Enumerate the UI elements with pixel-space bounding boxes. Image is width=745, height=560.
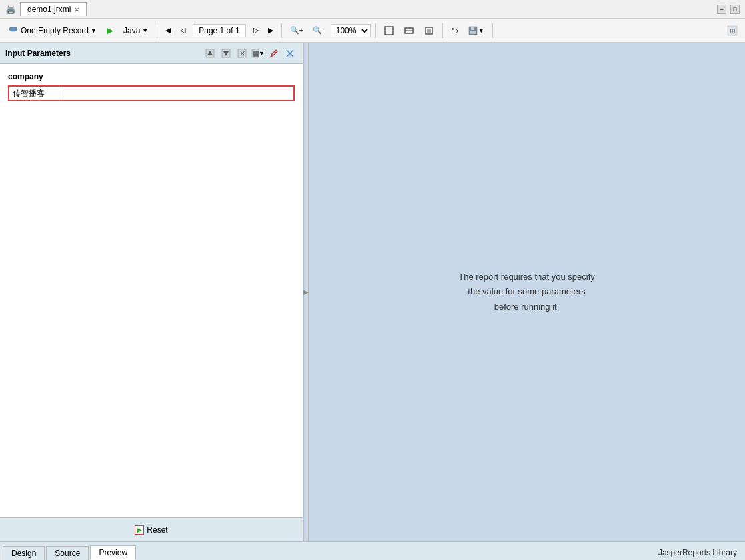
zoom-in-icon: 🔍+ bbox=[290, 26, 303, 35]
svg-rect-8 bbox=[470, 31, 476, 34]
panel-remove-button[interactable]: ✕ bbox=[235, 46, 249, 61]
panel-menu-button[interactable]: ▼ bbox=[251, 46, 265, 61]
panel-splitter[interactable]: ▶ bbox=[303, 43, 309, 541]
svg-rect-1 bbox=[385, 27, 393, 35]
bottom-tabbar: Design Source Preview JasperReports Libr… bbox=[0, 541, 745, 560]
reset-label: Reset bbox=[147, 525, 167, 535]
back-icon: ⮌ bbox=[451, 27, 458, 35]
panel-title: Input Parameters bbox=[5, 49, 71, 58]
next-page-icon: ▶ bbox=[268, 26, 273, 35]
tab-design[interactable]: Design bbox=[3, 546, 45, 560]
panel-edit-button[interactable] bbox=[267, 46, 281, 61]
fit-page-icon bbox=[384, 25, 394, 36]
right-panel: The report requires that you specify the… bbox=[309, 43, 745, 541]
svg-rect-5 bbox=[427, 29, 431, 33]
page-indicator: Page 1 of 1 bbox=[193, 24, 245, 37]
tab-source[interactable]: Source bbox=[46, 546, 89, 560]
panel-expand-button[interactable] bbox=[283, 46, 297, 61]
fit-page-button[interactable] bbox=[380, 23, 398, 38]
panel-move-up-button[interactable] bbox=[203, 46, 217, 61]
maximize-button[interactable]: □ bbox=[730, 5, 740, 14]
save-dropdown-arrow: ▼ bbox=[478, 27, 484, 34]
panel-toolbar: ✕ ▼ bbox=[203, 46, 297, 61]
reset-button[interactable]: ▶ Reset bbox=[127, 523, 175, 537]
param-company-label: company bbox=[8, 72, 295, 81]
actual-size-icon bbox=[424, 25, 434, 36]
bottom-tabs: Design Source Preview bbox=[3, 545, 137, 560]
save-icon bbox=[468, 25, 478, 36]
tab-preview[interactable]: Preview bbox=[90, 545, 136, 560]
prev-page-button[interactable]: ◀ bbox=[162, 24, 174, 37]
next-page-button[interactable]: ▶ bbox=[265, 24, 277, 37]
separator-5 bbox=[492, 23, 493, 38]
back-button[interactable]: ⮌ bbox=[448, 25, 462, 37]
window-controls: – □ bbox=[717, 5, 740, 14]
settings-button[interactable]: ⊞ bbox=[724, 23, 741, 38]
prev-icon: ◁ bbox=[180, 26, 185, 35]
main-toolbar: One Empty Record ▼ ▶ Java ▼ ◀ ◁ Page 1 o… bbox=[0, 19, 745, 43]
title-bar: 🖨️ demo1.jrxml ✕ – □ bbox=[0, 0, 745, 19]
svg-marker-21 bbox=[271, 50, 277, 57]
datasource-arrow: ▼ bbox=[91, 27, 97, 34]
svg-line-22 bbox=[275, 51, 276, 53]
report-message: The report requires that you specify the… bbox=[458, 270, 595, 314]
run-button[interactable]: ▶ bbox=[103, 23, 117, 37]
file-tab-label: demo1.jrxml bbox=[27, 5, 71, 14]
settings-icon: ⊞ bbox=[727, 25, 738, 36]
svg-text:⊞: ⊞ bbox=[730, 27, 735, 35]
datasource-dropdown[interactable]: One Empty Record ▼ bbox=[4, 23, 101, 38]
separator-2 bbox=[281, 23, 282, 38]
fit-width-icon bbox=[404, 25, 414, 36]
separator-4 bbox=[442, 23, 443, 38]
zoom-out-button[interactable]: 🔍- bbox=[309, 24, 328, 37]
prev-page-icon: ◀ bbox=[165, 26, 171, 35]
svg-rect-7 bbox=[471, 27, 474, 30]
zoom-out-icon: 🔍- bbox=[313, 26, 325, 35]
actual-size-button[interactable] bbox=[420, 23, 438, 38]
zoom-in-button[interactable]: 🔍+ bbox=[287, 24, 307, 37]
param-company-right-input[interactable] bbox=[59, 87, 293, 100]
next-icon: ▷ bbox=[253, 26, 259, 35]
next-button[interactable]: ▷ bbox=[250, 24, 262, 37]
reset-bar: ▶ Reset bbox=[0, 517, 303, 541]
title-bar-left: 🖨️ demo1.jrxml ✕ bbox=[5, 2, 87, 16]
jasper-library-label: JasperReports Library bbox=[653, 545, 742, 560]
run-icon: ▶ bbox=[107, 25, 113, 35]
prev-button[interactable]: ◁ bbox=[177, 24, 189, 37]
separator-3 bbox=[375, 23, 376, 38]
param-company-left-input[interactable] bbox=[9, 87, 59, 100]
language-arrow: ▼ bbox=[142, 27, 148, 34]
splitter-arrow: ▶ bbox=[303, 289, 309, 296]
zoom-select[interactable]: 100% 50% 75% 150% 200% bbox=[331, 24, 371, 37]
datasource-label: One Empty Record bbox=[21, 26, 89, 35]
app-icon: 🖨️ bbox=[5, 4, 16, 14]
datasource-icon bbox=[8, 25, 19, 36]
main-content: Input Parameters bbox=[0, 43, 745, 541]
language-dropdown[interactable]: Java ▼ bbox=[119, 24, 152, 37]
separator-1 bbox=[157, 23, 157, 38]
panel-header: Input Parameters bbox=[0, 43, 303, 64]
close-tab-icon[interactable]: ✕ bbox=[74, 6, 79, 13]
file-tab[interactable]: demo1.jrxml ✕ bbox=[20, 2, 87, 16]
param-company-wrapper bbox=[8, 85, 295, 101]
params-area: company bbox=[0, 64, 303, 517]
language-label: Java bbox=[123, 26, 140, 35]
fit-width-button[interactable] bbox=[400, 23, 418, 38]
save-button[interactable]: ▼ bbox=[464, 23, 488, 38]
panel-move-down-button[interactable] bbox=[219, 46, 233, 61]
reset-play-icon: ▶ bbox=[135, 525, 144, 535]
left-panel: Input Parameters bbox=[0, 43, 303, 541]
minimize-button[interactable]: – bbox=[717, 5, 726, 14]
svg-text:✕: ✕ bbox=[239, 49, 245, 57]
